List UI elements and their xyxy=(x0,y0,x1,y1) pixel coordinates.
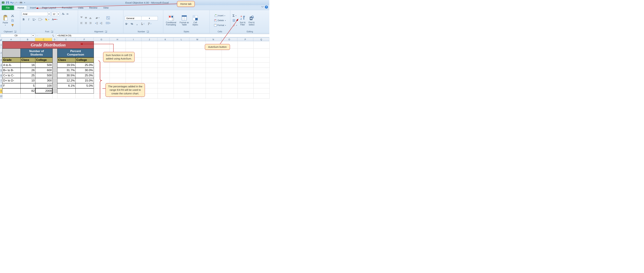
cell[interactable] xyxy=(222,78,238,83)
cell[interactable] xyxy=(110,62,126,68)
cell[interactable] xyxy=(254,58,270,62)
col-header-M[interactable]: M xyxy=(190,38,206,41)
tab-review[interactable]: Review xyxy=(86,5,100,10)
tab-home[interactable]: Home xyxy=(14,5,27,10)
cell-B5[interactable]: 26 xyxy=(20,68,36,73)
cell[interactable] xyxy=(206,94,222,98)
namebox-dropdown-icon[interactable]: ▼ xyxy=(31,34,35,37)
cell[interactable] xyxy=(222,58,238,62)
cell[interactable] xyxy=(174,83,190,88)
redo-icon[interactable]: ▾ xyxy=(14,1,18,4)
increase-decimal-icon[interactable]: .0.00 xyxy=(140,22,146,26)
decrease-indent-icon[interactable] xyxy=(94,21,99,25)
col-header-D[interactable]: D xyxy=(52,38,57,41)
select-all-corner[interactable] xyxy=(0,38,2,41)
row-header-4[interactable]: 4 xyxy=(0,62,2,68)
undo-icon[interactable]: ▾ xyxy=(10,1,14,4)
cell-C6[interactable]: 500 xyxy=(35,73,52,78)
cell[interactable] xyxy=(158,78,174,83)
cell[interactable] xyxy=(238,41,254,48)
cell[interactable] xyxy=(158,88,174,93)
cell-A7[interactable]: D+ to D- xyxy=(2,78,20,83)
cell[interactable] xyxy=(174,62,190,68)
col-header-Q[interactable]: Q xyxy=(253,38,269,41)
tab-insert[interactable]: Insert xyxy=(27,5,39,10)
tab-formulas[interactable]: Formulas xyxy=(59,5,75,10)
align-left-icon[interactable] xyxy=(80,21,84,25)
underline-icon[interactable]: U▾ xyxy=(32,18,36,21)
qat-customize-icon[interactable]: ▾ xyxy=(23,1,26,4)
col-header-J[interactable]: J xyxy=(142,38,158,41)
decrease-decimal-icon[interactable]: .00.0 xyxy=(147,22,152,26)
cell[interactable] xyxy=(238,73,254,78)
cell[interactable] xyxy=(174,41,190,48)
cell[interactable] xyxy=(126,62,142,68)
tab-data[interactable]: Data xyxy=(75,5,86,10)
cell[interactable] xyxy=(206,68,222,73)
cell-B9[interactable]: 82 xyxy=(20,88,36,94)
cell-F8[interactable]: 5.0% xyxy=(76,83,94,88)
save-icon[interactable] xyxy=(6,1,10,4)
cell[interactable] xyxy=(110,68,126,73)
cell[interactable] xyxy=(254,73,270,78)
cell-title[interactable]: Grade Distribution xyxy=(2,41,94,48)
col-header-C[interactable]: C xyxy=(35,38,52,41)
cell-E5[interactable]: 31.7% xyxy=(57,68,76,73)
cell[interactable] xyxy=(142,78,158,83)
align-top-icon[interactable] xyxy=(80,16,84,20)
cell[interactable] xyxy=(238,78,254,83)
currency-icon[interactable]: $▾ xyxy=(125,22,128,26)
font-color-icon[interactable]: A▾ xyxy=(51,18,58,21)
autosum-button[interactable]: Σ▾ xyxy=(232,14,238,18)
cell[interactable] xyxy=(158,41,174,48)
cut-icon[interactable] xyxy=(10,14,15,18)
cell[interactable] xyxy=(174,94,190,98)
cell-C5[interactable]: 600 xyxy=(35,68,52,73)
cell[interactable] xyxy=(94,78,110,83)
print-icon[interactable] xyxy=(19,1,23,4)
row-header-8[interactable]: 8 xyxy=(0,83,2,88)
align-middle-icon[interactable] xyxy=(84,16,88,20)
cell[interactable] xyxy=(110,73,126,78)
font-dialog-launcher[interactable]: ◢ xyxy=(51,30,53,33)
row-header-9[interactable]: 9 xyxy=(0,88,2,94)
clipboard-dialog-launcher[interactable]: ◢ xyxy=(14,30,16,33)
cell[interactable] xyxy=(238,83,254,88)
cell-E4[interactable]: 19.5% xyxy=(57,62,76,68)
cell[interactable] xyxy=(36,94,52,98)
cell[interactable] xyxy=(126,41,142,48)
increase-indent-icon[interactable] xyxy=(99,21,103,25)
cell[interactable] xyxy=(190,62,206,68)
cell-F3[interactable]: College xyxy=(76,58,94,62)
col-header-K[interactable]: K xyxy=(158,38,174,41)
cell[interactable] xyxy=(222,68,238,73)
fill-color-icon[interactable]: ▾ xyxy=(44,18,50,21)
cell[interactable] xyxy=(190,83,206,88)
cell[interactable] xyxy=(158,73,174,78)
cell-E9[interactable] xyxy=(57,88,76,94)
cell-E7[interactable]: 12.2% xyxy=(57,78,76,83)
cell[interactable] xyxy=(254,41,270,48)
cell[interactable] xyxy=(238,68,254,73)
cell[interactable] xyxy=(158,83,174,88)
col-header-O[interactable]: O xyxy=(221,38,237,41)
cell[interactable] xyxy=(174,48,190,57)
number-dialog-launcher[interactable]: ◢ xyxy=(147,30,149,33)
cell[interactable] xyxy=(158,58,174,62)
font-name-combo[interactable]: Arial▾ xyxy=(22,12,50,16)
cell[interactable] xyxy=(158,62,174,68)
tab-file[interactable]: File xyxy=(2,6,14,10)
tab-view[interactable]: View xyxy=(100,5,112,10)
minimize-ribbon-icon[interactable] xyxy=(261,6,264,8)
row-header-10[interactable]: 10 xyxy=(0,94,2,99)
comma-icon[interactable]: , xyxy=(135,22,139,26)
cell-F7[interactable]: 15.0% xyxy=(76,78,94,83)
cell-C8[interactable]: 100 xyxy=(35,83,52,88)
cell[interactable] xyxy=(190,94,206,98)
col-header-P[interactable]: P xyxy=(237,38,253,41)
cell[interactable] xyxy=(126,73,142,78)
number-format-combo[interactable]: General▾ xyxy=(125,16,158,20)
cell-C4[interactable]: 500 xyxy=(35,62,52,68)
cell[interactable] xyxy=(190,88,206,93)
cell-styles-button[interactable]: Cell Styles xyxy=(191,11,199,30)
